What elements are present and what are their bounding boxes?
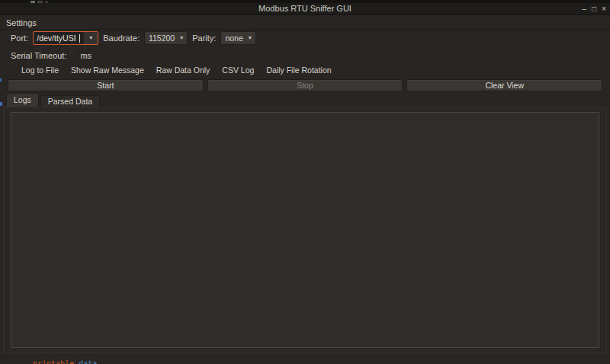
- menu-settings[interactable]: Settings: [6, 18, 37, 27]
- checkbox-csv-log[interactable]: CSV Log: [222, 65, 254, 75]
- baudrate-label: Baudrate:: [103, 34, 140, 43]
- tab-bar: Logs Parsed Data: [6, 94, 101, 107]
- clipped-log-fragment: printabledata: [33, 359, 97, 364]
- baudrate-dropdown[interactable]: 115200 ▾: [144, 31, 188, 45]
- action-buttons-row: Start Stop Clear View: [8, 79, 602, 91]
- serial-timeout-row: Serial Timeout: ms: [11, 49, 92, 62]
- clear-view-button[interactable]: Clear View: [406, 79, 602, 91]
- stop-button[interactable]: Stop: [207, 79, 403, 91]
- chevron-down-icon[interactable]: ▾: [83, 32, 98, 44]
- edge-artifact: [0, 102, 2, 106]
- checkbox-show-raw-message[interactable]: Show Raw Message: [71, 65, 144, 75]
- start-button[interactable]: Start: [8, 79, 204, 91]
- serial-settings-row: Port: /dev/ttyUSB0 ▾ Baudrate: 115200 ▾ …: [11, 31, 256, 45]
- timeout-unit-label: ms: [80, 51, 92, 60]
- maximize-icon[interactable]: □: [592, 3, 596, 14]
- chevron-down-icon: ▾: [246, 33, 254, 43]
- checkbox-daily-file-rotation[interactable]: Daily File Rotation: [266, 65, 331, 75]
- tab-content-pane: [3, 107, 607, 353]
- port-value[interactable]: /dev/ttyUSB0: [34, 34, 75, 43]
- fragment-word-blue: data: [79, 359, 97, 364]
- baudrate-value: 115200: [149, 34, 175, 43]
- minimize-icon[interactable]: –: [583, 3, 587, 14]
- checkbox-log-to-file[interactable]: Log to File: [21, 65, 59, 75]
- screenshot-root: Modbus RTU Sniffer GUI – □ × Settings Po…: [0, 0, 610, 364]
- edge-artifact: [0, 78, 2, 81]
- log-view[interactable]: [11, 112, 599, 348]
- tab-parsed-data[interactable]: Parsed Data: [40, 95, 100, 107]
- parity-value: none: [225, 34, 242, 43]
- checkbox-raw-data-only[interactable]: Raw Data Only: [156, 65, 210, 75]
- fragment-word-orange: printable: [33, 359, 74, 364]
- close-icon[interactable]: ×: [602, 3, 606, 14]
- window-controls: – □ ×: [583, 3, 606, 14]
- parity-label: Parity:: [192, 34, 216, 43]
- titlebar: Modbus RTU Sniffer GUI – □ ×: [0, 3, 610, 15]
- options-row: Log to File Show Raw Message Raw Data On…: [21, 63, 332, 76]
- text-cursor: [79, 34, 80, 43]
- port-label: Port:: [11, 34, 28, 43]
- chevron-down-icon: ▾: [178, 33, 185, 43]
- serial-timeout-input[interactable]: [70, 50, 76, 61]
- app-window: Modbus RTU Sniffer GUI – □ × Settings Po…: [0, 3, 610, 364]
- port-combobox[interactable]: /dev/ttyUSB0 ▾: [33, 31, 98, 45]
- menubar: Settings: [0, 15, 610, 30]
- window-title: Modbus RTU Sniffer GUI: [0, 3, 610, 14]
- serial-timeout-label: Serial Timeout:: [11, 51, 66, 60]
- parity-dropdown[interactable]: none ▾: [220, 31, 255, 45]
- tab-logs[interactable]: Logs: [6, 93, 39, 107]
